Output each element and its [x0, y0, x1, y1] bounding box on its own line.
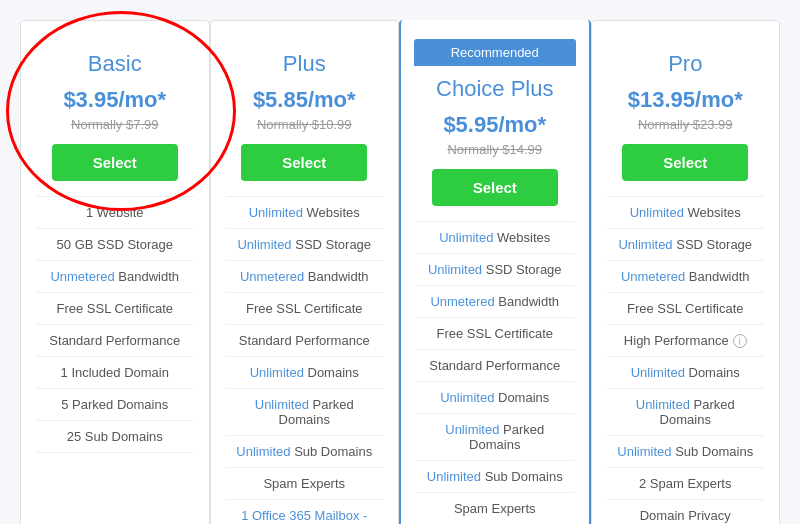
feature-item: 5 Parked Domains	[36, 389, 194, 421]
feature-item: Unlimited Parked Domains	[226, 389, 384, 436]
feature-item: High Performancei	[607, 325, 765, 357]
select-button-plus[interactable]: Select	[241, 144, 367, 181]
feature-item: 25 Sub Domains	[36, 421, 194, 453]
select-button-choice-plus[interactable]: Select	[432, 169, 558, 206]
feature-item: 1 Included Domain	[36, 357, 194, 389]
feature-item: Domain Privacy	[607, 500, 765, 524]
plan-original-price-pro: Normally $23.99	[607, 117, 765, 132]
feature-item: Unlimited Sub Domains	[416, 461, 574, 493]
plan-price-pro: $13.95/mo*	[607, 87, 765, 113]
feature-item: Unlimited SSD Storage	[607, 229, 765, 261]
feature-item: Standard Performance	[416, 350, 574, 382]
feature-item: Standard Performance	[36, 325, 194, 357]
plan-price-choice-plus: $5.95/mo*	[416, 112, 574, 138]
plan-price-basic: $3.95/mo*	[36, 87, 194, 113]
plan-card-pro: Pro$13.95/mo*Normally $23.99SelectUnlimi…	[591, 20, 781, 524]
plan-price-plus: $5.85/mo*	[226, 87, 384, 113]
feature-item: Spam Experts	[416, 493, 574, 524]
plan-name-choice-plus: Choice Plus	[416, 76, 574, 102]
feature-item: Unlimited Parked Domains	[416, 414, 574, 461]
plan-card-choice-plus: RecommendedChoice Plus$5.95/mo*Normally …	[399, 20, 591, 524]
feature-item: Spam Experts	[226, 468, 384, 500]
feature-item: Unlimited Domains	[607, 357, 765, 389]
feature-item: Unmetered Bandwidth	[226, 261, 384, 293]
features-list-basic: 1 Website50 GB SSD StorageUnmetered Band…	[36, 196, 194, 453]
plan-card-plus: Plus$5.85/mo*Normally $10.99SelectUnlimi…	[210, 20, 400, 524]
plan-card-basic: Basic$3.95/mo*Normally $7.99Select1 Webs…	[20, 20, 210, 524]
plan-name-plus: Plus	[226, 51, 384, 77]
feature-item: Free SSL Certificate	[36, 293, 194, 325]
select-button-pro[interactable]: Select	[622, 144, 748, 181]
feature-item: Unmetered Bandwidth	[36, 261, 194, 293]
recommended-badge: Recommended	[414, 39, 576, 66]
feature-item: Standard Performance	[226, 325, 384, 357]
features-list-pro: Unlimited WebsitesUnlimited SSD StorageU…	[607, 196, 765, 524]
plan-original-price-plus: Normally $10.99	[226, 117, 384, 132]
features-list-choice-plus: Unlimited WebsitesUnlimited SSD StorageU…	[416, 221, 574, 524]
feature-item: 1 Office 365 Mailbox - Free 30 Days	[226, 500, 384, 524]
plans-container: Basic$3.95/mo*Normally $7.99Select1 Webs…	[20, 20, 780, 524]
plan-name-pro: Pro	[607, 51, 765, 77]
select-button-basic[interactable]: Select	[52, 144, 178, 181]
plan-original-price-basic: Normally $7.99	[36, 117, 194, 132]
plan-original-price-choice-plus: Normally $14.99	[416, 142, 574, 157]
feature-item: Unlimited Websites	[226, 197, 384, 229]
features-list-plus: Unlimited WebsitesUnlimited SSD StorageU…	[226, 196, 384, 524]
feature-item: Unlimited Sub Domains	[607, 436, 765, 468]
feature-item: Unlimited SSD Storage	[416, 254, 574, 286]
feature-item: 50 GB SSD Storage	[36, 229, 194, 261]
feature-item: Unlimited Sub Domains	[226, 436, 384, 468]
feature-item: Unlimited Websites	[607, 197, 765, 229]
feature-item: Unlimited Websites	[416, 222, 574, 254]
feature-item: Free SSL Certificate	[607, 293, 765, 325]
feature-item: Unlimited SSD Storage	[226, 229, 384, 261]
plan-name-basic: Basic	[36, 51, 194, 77]
feature-item: Unlimited Domains	[416, 382, 574, 414]
feature-item: Unlimited Domains	[226, 357, 384, 389]
feature-item: 1 Website	[36, 197, 194, 229]
feature-item: Free SSL Certificate	[416, 318, 574, 350]
feature-item: Unlimited Parked Domains	[607, 389, 765, 436]
feature-item: Unmetered Bandwidth	[607, 261, 765, 293]
feature-item: 2 Spam Experts	[607, 468, 765, 500]
feature-item: Free SSL Certificate	[226, 293, 384, 325]
feature-item: Unmetered Bandwidth	[416, 286, 574, 318]
